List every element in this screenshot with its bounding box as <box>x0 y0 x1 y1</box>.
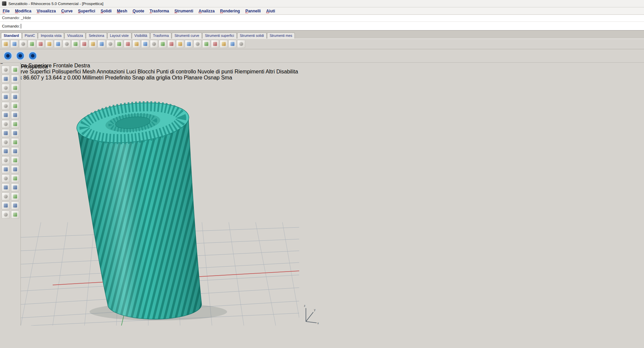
perspective-viewport[interactable]: Prospettica <box>21 64 320 326</box>
toolbar-tab-strumenti-curve[interactable]: Strumenti curve <box>172 33 202 39</box>
analyze-tool-icon[interactable] <box>2 192 10 200</box>
point-tool-icon[interactable] <box>11 165 19 173</box>
screen: Senzatitolo - Rhinoceros 5.0 Commercial … <box>0 0 644 348</box>
menu-file[interactable]: File <box>0 9 12 13</box>
camera-tool-icon[interactable] <box>2 211 10 219</box>
rotate-icon[interactable] <box>141 40 149 48</box>
polygon-tool-icon[interactable] <box>2 93 10 101</box>
menu-curve[interactable]: Curve <box>59 9 75 13</box>
rhino-menu-bar: File Modifica Visualizza Curve Superfici… <box>0 7 644 15</box>
loft-tool-icon[interactable] <box>11 120 19 128</box>
hide-tool-icon[interactable] <box>2 174 10 182</box>
menu-strumenti[interactable]: Strumenti <box>172 9 196 13</box>
toolbar-tab-strumenti-solidi[interactable]: Strumenti solidi <box>237 33 267 39</box>
svg-text:z: z <box>304 304 306 307</box>
lock-tool-icon[interactable] <box>11 174 19 182</box>
scale-icon[interactable] <box>150 40 158 48</box>
toolbar-tab-strumenti-mesh[interactable]: Strumenti mes <box>267 33 295 39</box>
boolean-tool-icon[interactable] <box>11 138 19 146</box>
polyline-tool-icon[interactable] <box>11 66 19 74</box>
menu-analizza[interactable]: Analizza <box>196 9 217 13</box>
select-tool-icon[interactable] <box>2 66 10 74</box>
zoom-icon[interactable] <box>89 40 97 48</box>
menu-solidi[interactable]: Solidi <box>98 9 114 13</box>
cplane-target-icon-1[interactable] <box>3 51 12 60</box>
arc-tool-icon[interactable] <box>2 84 10 92</box>
settings-tool-icon[interactable] <box>11 211 19 219</box>
cplane-target-icon-2[interactable] <box>16 51 25 60</box>
menu-superfici[interactable]: Superfici <box>75 9 98 13</box>
join-icon[interactable] <box>167 40 175 48</box>
cut-icon[interactable] <box>37 40 45 48</box>
material-tool-icon[interactable] <box>2 201 10 210</box>
menu-trasforma[interactable]: Trasforma <box>147 9 172 13</box>
cone-tool-icon[interactable] <box>11 111 19 119</box>
revolve-tool-icon[interactable] <box>2 129 10 137</box>
ellipse-tool-icon[interactable] <box>11 93 19 101</box>
shell-tool-icon[interactable] <box>11 147 19 155</box>
explode-tool-icon[interactable] <box>11 183 19 191</box>
menu-aiuti[interactable]: Aiuti <box>263 9 278 13</box>
rhino-app-icon <box>2 1 6 6</box>
fillet-icon[interactable] <box>202 40 210 48</box>
rectangle-tool-icon[interactable] <box>11 84 19 92</box>
print-icon[interactable] <box>28 40 36 48</box>
array-icon[interactable] <box>220 40 228 48</box>
menu-rendering[interactable]: Rendering <box>217 9 243 13</box>
viewport-title: Prospettica <box>21 64 48 69</box>
mirror-icon[interactable] <box>159 40 167 48</box>
undo-icon[interactable] <box>63 40 71 48</box>
menu-mesh[interactable]: Mesh <box>114 9 130 13</box>
toolbar-tab-imposta-vista[interactable]: Imposta vista <box>38 33 64 39</box>
toolbar-tab-strumenti-superfici[interactable]: Strumenti superfici <box>202 33 237 39</box>
render-tool-icon[interactable] <box>11 192 19 200</box>
sphere-tool-icon[interactable] <box>11 102 19 110</box>
move-icon[interactable] <box>124 40 132 48</box>
curve-tool-icon[interactable] <box>2 75 10 83</box>
menu-quote[interactable]: Quote <box>130 9 147 13</box>
toolbar-tab-visibilita[interactable]: Visibilità <box>132 33 150 39</box>
toolbar-tab-visualizza[interactable]: Visualizza <box>64 33 86 39</box>
new-file-icon[interactable] <box>2 40 10 48</box>
open-file-icon[interactable] <box>10 40 18 48</box>
menu-pannelli[interactable]: Pannelli <box>243 9 263 13</box>
cylinder-tool-icon[interactable] <box>2 111 10 119</box>
toolbar-tab-seleziona[interactable]: Seleziona <box>86 33 107 39</box>
toolbar-tab-trasforma[interactable]: Trasforma <box>150 33 171 39</box>
text-tool-icon[interactable] <box>2 165 10 173</box>
cplane-target-icon-3[interactable] <box>28 51 37 60</box>
properties-icon[interactable] <box>237 40 245 48</box>
box-tool-icon[interactable] <box>2 102 10 110</box>
sweep-tool-icon[interactable] <box>11 129 19 137</box>
toolbar-tab-standard[interactable]: Standard <box>1 33 22 39</box>
dimension-tool-icon[interactable] <box>11 156 19 164</box>
rotate-view-icon[interactable] <box>115 40 123 48</box>
extrude-tool-icon[interactable] <box>2 138 10 146</box>
group-tool-icon[interactable] <box>2 183 10 191</box>
pan-icon[interactable] <box>80 40 88 48</box>
menu-modifica[interactable]: Modifica <box>12 9 34 13</box>
save-icon[interactable] <box>19 40 27 48</box>
offset-icon[interactable] <box>211 40 219 48</box>
zoom-window-icon[interactable] <box>98 40 106 48</box>
toolbar-tab-layout-viste[interactable]: Layout viste <box>107 33 131 39</box>
main-toolbar <box>0 39 644 49</box>
paste-icon[interactable] <box>54 40 62 48</box>
copy-icon[interactable] <box>45 40 53 48</box>
fillet-edge-tool-icon[interactable] <box>2 147 10 155</box>
split-icon[interactable] <box>185 40 193 48</box>
command-input[interactable]: Comando: <box>0 22 644 30</box>
surface-tool-icon[interactable] <box>2 120 10 128</box>
viewport-title-tab[interactable]: Prospettica <box>21 64 320 70</box>
light-tool-icon[interactable] <box>11 201 19 210</box>
mesh-tool-icon[interactable] <box>2 156 10 164</box>
circle-tool-icon[interactable] <box>11 75 19 83</box>
zoom-extents-icon[interactable] <box>106 40 114 48</box>
redo-icon[interactable] <box>71 40 79 48</box>
layer-icon[interactable] <box>228 40 236 48</box>
extend-icon[interactable] <box>194 40 202 48</box>
menu-visualizza[interactable]: Visualizza <box>34 9 58 13</box>
rhino-window: Senzatitolo - Rhinoceros 5.0 Commercial … <box>0 0 644 348</box>
copy-object-icon[interactable] <box>132 40 141 48</box>
toolbar-tab-pianic[interactable]: PianiC <box>22 33 38 39</box>
